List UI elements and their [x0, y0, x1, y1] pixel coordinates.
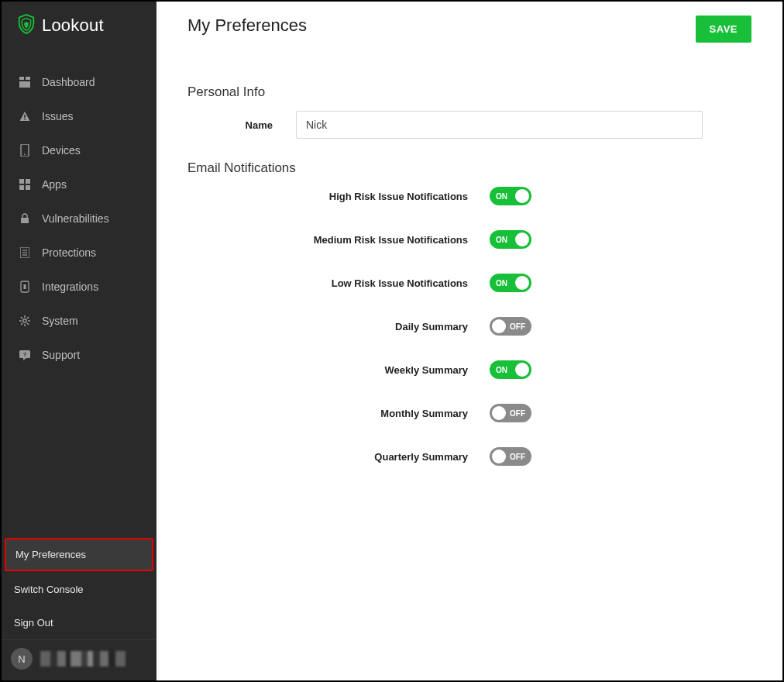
toggle-text: ON	[496, 192, 507, 201]
save-button[interactable]: SAVE	[696, 16, 751, 43]
toggle-knob	[515, 363, 529, 377]
lock-icon	[19, 213, 31, 224]
sidebar-bottom: My Preferences Switch Console Sign Out N	[2, 536, 156, 680]
notification-label: High Risk Issue Notifications	[187, 191, 490, 202]
toggle-knob	[515, 232, 529, 246]
page-title: My Preferences	[187, 16, 307, 36]
brand-name: Lookout	[42, 16, 104, 36]
sidebar-item-label: Support	[42, 349, 80, 361]
svg-rect-17	[24, 284, 26, 289]
notification-row: Monthly SummaryOFF	[187, 404, 751, 422]
avatar: N	[11, 648, 33, 670]
apps-icon	[19, 179, 31, 190]
notification-row: Daily SummaryOFF	[187, 317, 751, 336]
notification-row: Quarterly SummaryOFF	[187, 447, 751, 466]
toggle-knob	[492, 406, 506, 420]
device-icon	[19, 144, 31, 157]
sidebar: Lookout Dashboard Issues Devices Apps	[2, 2, 156, 680]
sidebar-item-label: Apps	[42, 178, 67, 191]
notification-label: Medium Risk Issue Notifications	[187, 234, 490, 246]
svg-line-24	[27, 323, 29, 325]
sidebar-item-sign-out[interactable]: Sign Out	[2, 606, 156, 639]
svg-point-6	[24, 153, 26, 155]
sidebar-item-my-preferences[interactable]: My Preferences	[5, 538, 153, 571]
sidebar-item-dashboard[interactable]: Dashboard	[2, 65, 156, 99]
user-bar[interactable]: N	[2, 639, 156, 680]
support-icon: ?	[19, 350, 31, 360]
svg-rect-10	[26, 185, 30, 190]
toggle-text: ON	[496, 236, 507, 244]
name-label: Name	[187, 119, 296, 131]
toggle-knob	[492, 450, 506, 463]
toggle-text: ON	[496, 366, 507, 374]
sidebar-item-label: My Preferences	[15, 549, 86, 560]
notification-label: Monthly Summary	[187, 408, 490, 419]
notification-label: Weekly Summary	[187, 364, 490, 376]
notification-row: Low Risk Issue NotificationsON	[187, 274, 751, 292]
svg-rect-7	[19, 179, 24, 184]
section-title-personal-info: Personal Info	[187, 84, 751, 100]
sidebar-item-label: Sign Out	[14, 617, 53, 629]
nav-main: Dashboard Issues Devices Apps Vulnerabil…	[2, 65, 156, 372]
list-icon	[19, 247, 31, 258]
sidebar-item-support[interactable]: ? Support	[2, 338, 156, 372]
sidebar-item-apps[interactable]: Apps	[2, 167, 156, 202]
lookout-logo-icon	[17, 14, 36, 37]
brand: Lookout	[2, 2, 156, 51]
sidebar-item-label: Protections	[42, 246, 96, 259]
sidebar-item-label: Vulnerabilities	[42, 212, 109, 225]
svg-text:?: ?	[23, 352, 26, 357]
toggle-on[interactable]: ON	[490, 230, 531, 249]
name-row: Name	[187, 111, 751, 139]
svg-line-23	[21, 317, 22, 319]
svg-point-18	[23, 319, 26, 322]
sidebar-item-label: Dashboard	[42, 76, 95, 88]
integrations-icon	[19, 281, 31, 293]
sidebar-item-protections[interactable]: Protections	[2, 236, 156, 270]
main-content: My Preferences SAVE Personal Info Name E…	[156, 2, 782, 680]
sidebar-item-devices[interactable]: Devices	[2, 133, 156, 167]
section-title-email-notifications: Email Notifications	[187, 160, 751, 176]
svg-rect-8	[26, 179, 30, 184]
sidebar-item-switch-console[interactable]: Switch Console	[2, 573, 156, 606]
notification-list: High Risk Issue NotificationsONMedium Ri…	[187, 187, 751, 466]
svg-rect-0	[19, 77, 24, 80]
svg-rect-1	[26, 77, 30, 80]
notification-row: High Risk Issue NotificationsON	[187, 187, 751, 205]
toggle-on[interactable]: ON	[490, 187, 531, 205]
notification-row: Weekly SummaryON	[187, 360, 751, 379]
sidebar-item-vulnerabilities[interactable]: Vulnerabilities	[2, 202, 156, 236]
svg-rect-3	[24, 115, 26, 118]
svg-line-25	[27, 317, 29, 319]
svg-rect-11	[21, 218, 29, 223]
notification-label: Quarterly Summary	[187, 451, 490, 463]
sidebar-item-system[interactable]: System	[2, 304, 156, 338]
notification-row: Medium Risk Issue NotificationsON	[187, 230, 751, 249]
sidebar-item-integrations[interactable]: Integrations	[2, 270, 156, 304]
sidebar-item-label: Devices	[42, 144, 81, 157]
name-input[interactable]	[296, 111, 703, 139]
svg-rect-4	[24, 119, 26, 120]
notification-label: Daily Summary	[187, 321, 490, 332]
sidebar-item-label: Integrations	[42, 281, 98, 293]
toggle-on[interactable]: ON	[490, 360, 531, 379]
toggle-on[interactable]: ON	[490, 274, 531, 292]
toggle-knob	[515, 189, 529, 203]
svg-line-26	[21, 323, 22, 325]
user-name-redacted	[40, 651, 126, 666]
toggle-text: OFF	[510, 453, 525, 461]
sidebar-item-label: Switch Console	[14, 584, 84, 595]
sidebar-item-label: System	[42, 315, 78, 327]
toggle-text: OFF	[510, 322, 525, 331]
gear-icon	[19, 315, 31, 326]
toggle-off[interactable]: OFF	[490, 447, 531, 466]
svg-rect-2	[19, 81, 30, 88]
toggle-off[interactable]: OFF	[490, 317, 531, 336]
dashboard-icon	[19, 77, 31, 88]
toggle-knob	[492, 319, 506, 333]
sidebar-item-label: Issues	[42, 110, 73, 122]
toggle-knob	[515, 276, 529, 290]
sidebar-item-issues[interactable]: Issues	[2, 99, 156, 133]
toggle-off[interactable]: OFF	[490, 404, 531, 422]
toggle-text: OFF	[510, 409, 525, 418]
